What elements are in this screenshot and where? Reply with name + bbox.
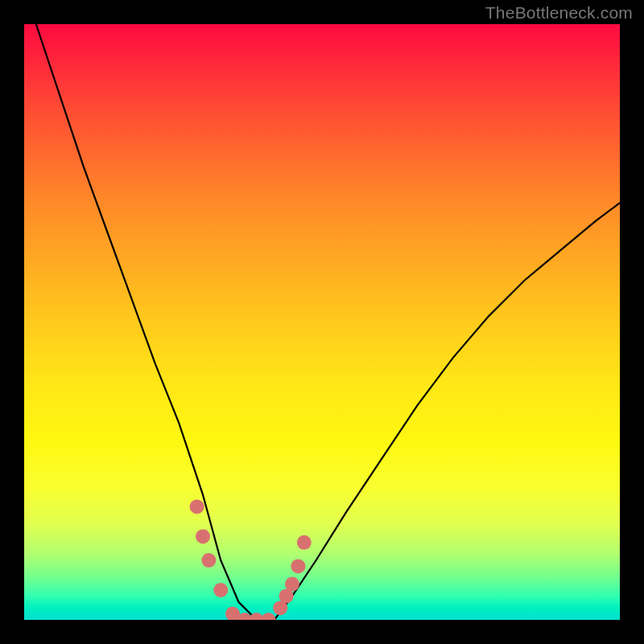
highlight-dot [196,529,210,543]
highlight-dot [297,535,312,550]
watermark-text: TheBottleneck.com [485,3,633,23]
curve-layer [24,24,620,620]
bottleneck-curve [36,24,620,620]
highlight-dot [201,553,216,568]
highlight-dot [213,583,228,597]
highlight-dot [291,559,305,573]
highlight-dot [285,577,299,592]
highlight-dot [261,613,275,620]
highlight-dot [190,499,204,514]
highlight-dots-group [190,499,312,620]
chart-frame: TheBottleneck.com [0,0,644,644]
plot-area [24,24,620,620]
